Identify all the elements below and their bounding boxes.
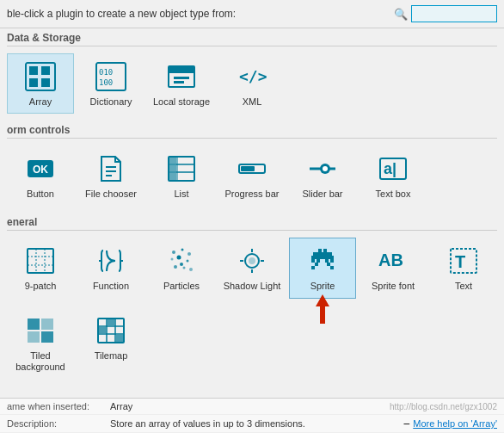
svg-rect-54 [323,249,327,252]
plugin-item-sprite-font[interactable]: AB Sprite font [360,238,427,298]
svg-point-38 [181,249,184,251]
svg-rect-66 [330,266,334,269]
button-icon: OK [23,152,58,186]
svg-rect-63 [315,263,318,266]
sprite-icon [305,244,340,278]
shadow-light-icon [235,244,269,278]
name-row: ame when inserted: Array http://blog.csd… [0,399,504,415]
svg-marker-67 [316,294,329,324]
text-box-icon: a| [376,152,410,186]
svg-rect-60 [317,259,320,263]
search-icon: 🔍 [394,8,408,21]
description-row: Description: Store an array of values in… [0,415,504,433]
plugin-item-list[interactable]: List [148,145,215,206]
form-controls-header: orm controls [7,124,497,139]
array-icon [23,59,58,94]
plugin-item-tiled-background[interactable]: Tiled background [7,307,74,379]
svg-rect-11 [174,81,184,84]
data-storage-grid: Array 010 100 Dictionary [7,50,497,117]
name-label: ame when inserted: [7,401,110,411]
more-link[interactable]: More help on 'Array' [413,418,497,429]
function-label: Function [93,281,129,292]
particles-label: Particles [163,281,200,292]
svg-point-45 [189,268,193,271]
svg-text:</>: </> [239,67,267,85]
file-chooser-icon [94,152,128,186]
slider-bar-icon [305,152,340,186]
data-storage-header: Data & Storage [7,32,497,46]
plugin-item-array[interactable]: Array [7,53,74,114]
plugin-item-slider-bar[interactable]: Slider bar [289,145,356,206]
svg-point-41 [177,256,181,260]
data-storage-section: Data & Storage Array 010 100 [0,28,504,121]
svg-rect-64 [327,263,330,266]
svg-rect-80 [108,319,114,325]
svg-point-39 [187,252,191,256]
9patch-icon [23,244,58,278]
plugin-item-progress-bar[interactable]: Progress bar [218,145,286,206]
watermark: http://blog.csdn.net/gzx1002 [390,402,497,411]
particles-icon [164,244,199,278]
xml-icon: </> [235,59,269,94]
svg-rect-81 [99,327,106,333]
form-controls-section: orm controls OK Button [0,121,504,213]
svg-text:100: 100 [99,78,113,87]
svg-rect-32 [28,249,53,273]
svg-rect-4 [41,78,50,87]
plugin-item-shadow-light[interactable]: Shadow Light [218,238,286,298]
dictionary-icon: 010 100 [94,59,128,94]
svg-text:T: T [455,252,465,271]
plugin-item-sprite[interactable]: Sprite [289,238,356,298]
slider-bar-label: Slider bar [302,189,342,200]
plugin-item-local-storage[interactable]: Local storage [148,53,215,114]
svg-rect-1 [29,66,38,75]
description-value: Store an array of values in up to 3 dime… [110,418,401,429]
plugin-item-text[interactable]: T Text [430,238,497,298]
plugin-item-tilemap[interactable]: Tilemap [77,307,144,379]
svg-rect-24 [169,173,176,180]
plugin-item-9patch[interactable]: 9-patch [7,238,74,298]
svg-rect-59 [311,259,315,263]
svg-rect-26 [241,166,255,171]
plugin-item-function[interactable]: Function [77,238,144,298]
progress-bar-label: Progress bar [225,189,280,200]
plugin-item-file-chooser[interactable]: File chooser [77,145,144,206]
svg-rect-23 [169,165,176,171]
instruction-text: ble-click a plugin to create a new objec… [7,8,394,20]
svg-rect-73 [28,331,40,343]
svg-text:a|: a| [384,160,396,177]
search-input[interactable] [411,5,497,22]
svg-text:OK: OK [33,164,48,176]
svg-rect-56 [317,252,329,256]
svg-rect-65 [311,266,315,269]
shadow-light-label: Shadow Light [224,281,281,292]
plugin-item-dictionary[interactable]: 010 100 Dictionary [77,53,144,114]
svg-rect-57 [329,252,332,256]
svg-rect-9 [169,66,194,73]
text-label: Text [455,281,472,292]
name-value: Array [110,401,390,411]
plugin-item-xml[interactable]: </> XML [218,53,286,114]
tiled-background-label: Tiled background [11,350,70,373]
local-storage-label: Local storage [153,96,210,108]
plugin-item-particles[interactable]: Particles [148,238,215,298]
tilemap-label: Tilemap [95,350,128,362]
svg-rect-53 [318,249,322,252]
sprite-container: Sprite [289,238,356,298]
general-grid-2: Tiled background Tilemap [7,304,497,382]
list-label: List [174,189,188,200]
general-grid: 9-patch Function [7,234,497,301]
text-box-label: Text box [376,189,411,200]
sprite-label: Sprite [310,281,335,292]
general-section: eneral 9-patch [0,213,504,386]
svg-point-40 [171,258,174,261]
plugin-item-button[interactable]: OK Button [7,145,74,206]
list-icon [164,152,199,186]
plugin-item-text-box[interactable]: a| Text box [360,145,427,206]
svg-point-46 [180,263,183,266]
svg-rect-72 [41,319,53,330]
svg-point-37 [172,251,175,254]
description-label: Description: [7,418,110,429]
svg-text:AB: AB [378,251,403,269]
svg-rect-2 [41,66,50,75]
